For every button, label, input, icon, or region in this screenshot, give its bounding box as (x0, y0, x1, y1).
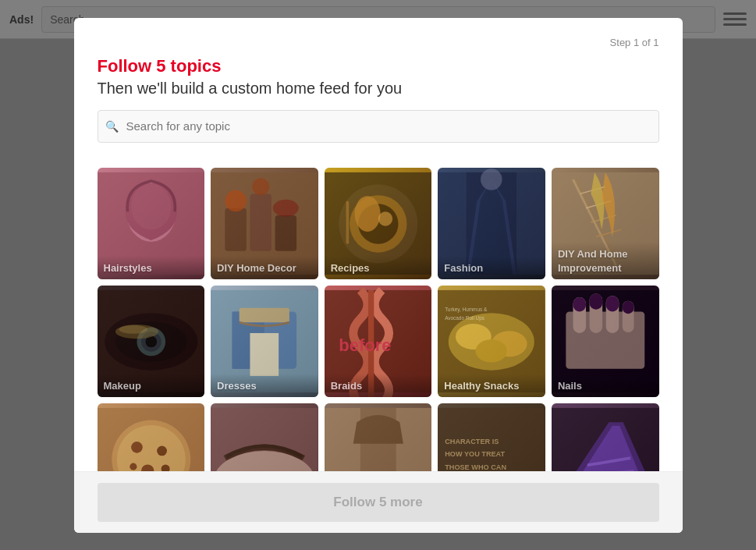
modal-header: Step 1 of 1 Follow 5 topics Then we'll b… (74, 18, 683, 168)
topic-label-overlay: Recipes (325, 256, 432, 279)
svg-text:THOSE WHO CAN: THOSE WHO CAN (445, 463, 506, 470)
topic-card-diy-home-decor[interactable]: DIY Home Decor (211, 168, 318, 279)
svg-rect-73 (325, 407, 432, 470)
topic-card-cookies[interactable] (98, 403, 205, 471)
svg-line-82 (587, 458, 630, 465)
topic-label-overlay: Fashion (438, 256, 545, 279)
topic-label-dresses: Dresses (217, 380, 257, 392)
svg-point-45 (449, 313, 534, 370)
svg-rect-56 (590, 293, 603, 309)
svg-rect-38 (232, 311, 297, 368)
topic-card-eyebrows[interactable] (211, 403, 318, 471)
svg-point-48 (476, 339, 507, 362)
topic-card-diy-improvement[interactable]: DIY And Home Improvement (552, 168, 659, 279)
topic-label-fashion: Fashion (444, 262, 483, 274)
svg-rect-41 (240, 307, 289, 321)
svg-point-67 (161, 464, 169, 471)
svg-rect-0 (98, 172, 205, 274)
svg-line-23 (577, 179, 619, 265)
svg-rect-6 (275, 215, 297, 250)
svg-point-65 (157, 445, 167, 456)
topic-card-healthy-snacks[interactable]: Turkey, Hummus & Avocado Roll Ups Health… (438, 286, 545, 397)
svg-rect-72 (325, 407, 432, 470)
svg-line-24 (580, 186, 605, 193)
svg-point-8 (252, 178, 269, 195)
modal-footer: Follow 5 more (74, 471, 683, 533)
topic-label-overlay: Healthy Snacks (438, 374, 545, 397)
topic-label-nails: Nails (558, 380, 582, 392)
topic-card-fashion2[interactable] (325, 403, 432, 471)
topic-card-braids[interactable]: before Braids (325, 286, 432, 397)
topic-card-makeup[interactable]: Makeup (98, 286, 205, 397)
svg-rect-3 (211, 172, 318, 274)
follow-more-button[interactable]: Follow 5 more (98, 483, 659, 522)
topic-label-diy-home-decor: DIY Home Decor (217, 262, 296, 274)
svg-rect-20 (552, 172, 659, 274)
svg-rect-76 (438, 407, 545, 470)
topic-label-makeup: Makeup (104, 380, 141, 392)
svg-rect-69 (211, 407, 318, 470)
topic-search-wrapper (98, 110, 659, 143)
topic-card-shoes[interactable] (552, 403, 659, 471)
topic-label-overlay: Nails (552, 374, 659, 397)
svg-point-1 (126, 181, 176, 241)
svg-rect-52 (566, 311, 644, 368)
svg-rect-29 (98, 289, 205, 392)
svg-point-32 (137, 327, 165, 356)
topic-label-braids: Braids (331, 380, 362, 392)
topic-label-overlay: Hairstyles (98, 256, 205, 279)
svg-text:before: before (339, 335, 391, 354)
svg-point-13 (358, 204, 398, 243)
svg-point-19 (481, 169, 502, 190)
follow-topics-modal: Step 1 of 1 Follow 5 topics Then we'll b… (74, 18, 683, 533)
svg-line-22 (573, 179, 616, 265)
svg-point-35 (115, 324, 158, 338)
svg-point-66 (140, 464, 154, 471)
svg-rect-5 (250, 193, 272, 250)
svg-point-2 (131, 183, 171, 229)
svg-rect-21 (552, 172, 659, 274)
svg-point-14 (354, 196, 380, 232)
modal-subtitle: Then we'll build a custom home feed for … (98, 80, 659, 98)
topic-label-overlay: DIY And Home Improvement (552, 242, 659, 279)
topic-card-recipes[interactable]: Recipes (325, 168, 432, 279)
topic-label-diy-improvement: DIY And Home Improvement (558, 248, 628, 274)
topic-card-hairstyles[interactable]: Hairstyles (98, 168, 205, 279)
svg-rect-44 (438, 289, 545, 392)
svg-rect-57 (606, 296, 619, 333)
topic-card-quotes[interactable]: CHARACTER IS HOW YOU TREAT THOSE WHO CAN (438, 403, 545, 471)
topics-container: Hairstyles DIY Home Decor (74, 168, 683, 471)
svg-point-12 (350, 195, 406, 252)
svg-point-71 (215, 450, 314, 470)
svg-rect-59 (623, 300, 634, 332)
topics-grid: Hairstyles DIY Home Decor (98, 168, 659, 471)
svg-rect-42 (325, 289, 432, 392)
topic-search-input[interactable] (98, 110, 659, 143)
topic-card-dresses[interactable]: Dresses (211, 286, 318, 397)
svg-rect-54 (573, 297, 586, 311)
svg-rect-28 (98, 289, 205, 392)
svg-line-25 (586, 200, 611, 208)
svg-point-11 (339, 184, 417, 263)
svg-point-63 (116, 424, 185, 470)
svg-point-34 (145, 335, 157, 347)
svg-rect-60 (623, 300, 634, 314)
svg-rect-17 (438, 172, 545, 274)
svg-text:CHARACTER IS: CHARACTER IS (445, 437, 499, 445)
svg-point-15 (378, 211, 392, 225)
topic-card-fashion[interactable]: Fashion (438, 168, 545, 279)
svg-line-26 (591, 215, 616, 222)
step-indicator: Step 1 of 1 (98, 37, 659, 48)
svg-point-62 (112, 420, 190, 470)
topic-card-nails[interactable]: Nails (552, 286, 659, 397)
svg-rect-40 (250, 332, 279, 375)
svg-point-36 (119, 325, 147, 333)
svg-rect-18 (467, 172, 516, 274)
topic-label-overlay: DIY Home Decor (211, 256, 318, 279)
topic-label-healthy-snacks: Healthy Snacks (444, 380, 519, 392)
modal-title: Follow 5 topics (98, 56, 659, 76)
svg-point-33 (140, 332, 161, 352)
svg-rect-80 (552, 407, 659, 470)
svg-rect-75 (438, 407, 545, 470)
svg-point-30 (105, 313, 197, 370)
